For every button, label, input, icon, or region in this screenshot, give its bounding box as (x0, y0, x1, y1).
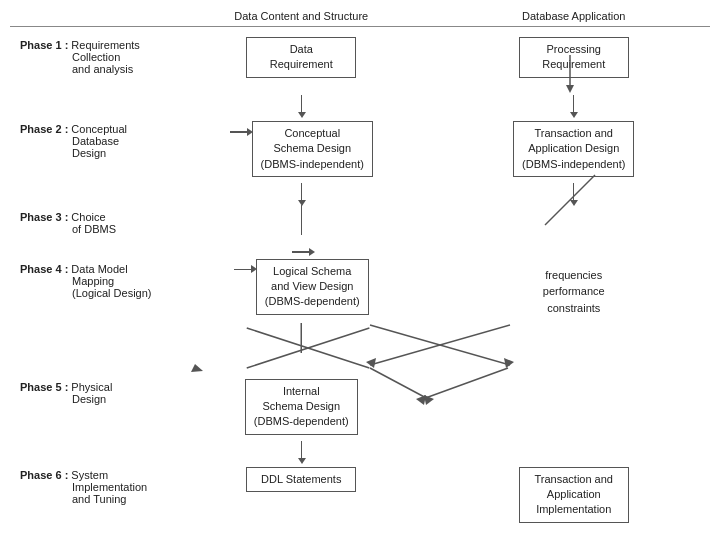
arrow2-center (301, 183, 302, 201)
phase2-right-box: Transaction and Application Design (DBMS… (513, 121, 634, 177)
arrow-row1 (10, 95, 710, 113)
phase4-center: Logical Schema and View Design (DBMS-dep… (165, 257, 438, 323)
arrow-row5 (10, 441, 710, 459)
phase2-row: Phase 2 : Conceptual Database Design Con… (10, 113, 710, 183)
svg-marker-3 (191, 364, 203, 372)
phase4-row: Phase 4 : Data Model Mapping (Logical De… (10, 253, 710, 323)
arrow-row4 (10, 323, 710, 373)
phase1-center: Data Requirement (165, 33, 438, 95)
phase6-center-box: DDL Statements (246, 467, 356, 492)
phase3-center (165, 205, 438, 251)
arrow1-right (573, 95, 574, 113)
arrow-row2 (10, 183, 710, 201)
phase3-label: Phase 3 : Choice of DBMS (10, 205, 165, 251)
arrow-row3 (10, 251, 710, 253)
phase6-row: Phase 6 : System Implementation and Tuni… (10, 459, 710, 527)
phase4-label: Phase 4 : Data Model Mapping (Logical De… (10, 257, 165, 323)
phase5-label: Phase 5 : Physical Design (10, 375, 165, 441)
arrow1-center (301, 95, 302, 113)
arrow2-right (573, 183, 574, 201)
header-col1: Data Content and Structure (234, 10, 368, 22)
phase4-right-text: frequencies performance constraints (543, 267, 605, 317)
phase1-right-box: Processing Requirement (519, 37, 629, 78)
phase5-center: Internal Schema Design (DBMS-dependent) (165, 375, 438, 441)
page: Data Content and Structure Database Appl… (0, 0, 720, 540)
phase4-right: frequencies performance constraints (438, 257, 711, 323)
phase4-center-box: Logical Schema and View Design (DBMS-dep… (256, 259, 369, 315)
phase1-right: Processing Requirement (438, 33, 711, 95)
phase3-row: Phase 3 : Choice of DBMS (10, 201, 710, 251)
crossing-arrows-svg (165, 323, 438, 373)
phase5-right (438, 375, 711, 441)
phase1-row: Phase 1 : Requirements Collection and an… (10, 27, 710, 95)
phase2-label: Phase 2 : Conceptual Database Design (10, 117, 165, 183)
phase2-right: Transaction and Application Design (DBMS… (438, 117, 711, 183)
phase6-center: DDL Statements (165, 463, 438, 527)
phase1-center-box: Data Requirement (246, 37, 356, 78)
phase2-center: Conceptual Schema Design (DBMS-independe… (165, 117, 438, 183)
phase1-label: Phase 1 : Requirements Collection and an… (10, 33, 165, 95)
phase6-right-box: Transaction and Application Implementati… (519, 467, 629, 523)
arrow5-center (301, 441, 302, 459)
phase1-number: Phase 1 : (20, 39, 68, 51)
phase5-center-box: Internal Schema Design (DBMS-dependent) (245, 379, 358, 435)
phase6-label: Phase 6 : System Implementation and Tuni… (10, 463, 165, 527)
phase3-right (438, 205, 711, 251)
header-col2: Database Application (522, 10, 625, 22)
phase5-row: Phase 5 : Physical Design Internal Schem… (10, 373, 710, 441)
phase2-center-box: Conceptual Schema Design (DBMS-independe… (252, 121, 373, 177)
phase6-right: Transaction and Application Implementati… (438, 463, 711, 527)
